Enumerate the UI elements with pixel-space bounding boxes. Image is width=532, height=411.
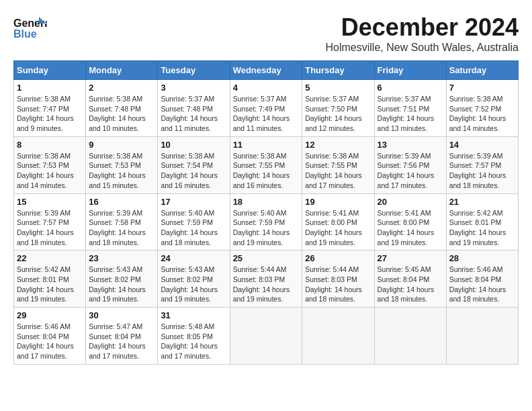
calendar-cell: 3Sunrise: 5:37 AM Sunset: 7:48 PM Daylig… — [158, 80, 230, 137]
calendar-cell: 11Sunrise: 5:38 AM Sunset: 7:55 PM Dayli… — [230, 136, 302, 193]
day-number: 24 — [161, 253, 226, 263]
day-number: 8 — [17, 140, 83, 150]
day-number: 16 — [89, 197, 154, 207]
calendar-cell — [446, 308, 518, 365]
day-info: Sunrise: 5:38 AM Sunset: 7:55 PM Dayligh… — [233, 151, 300, 191]
day-info: Sunrise: 5:38 AM Sunset: 7:53 PM Dayligh… — [17, 151, 83, 191]
calendar-cell: 4Sunrise: 5:37 AM Sunset: 7:49 PM Daylig… — [230, 80, 302, 137]
weekday-header-friday: Friday — [374, 61, 446, 80]
calendar-cell: 1Sunrise: 5:38 AM Sunset: 7:47 PM Daylig… — [14, 80, 86, 137]
weekday-header-monday: Monday — [86, 61, 158, 80]
calendar-cell: 19Sunrise: 5:41 AM Sunset: 8:00 PM Dayli… — [302, 193, 374, 250]
day-number: 21 — [449, 197, 515, 207]
day-info: Sunrise: 5:40 AM Sunset: 7:59 PM Dayligh… — [233, 208, 300, 248]
calendar-cell: 28Sunrise: 5:46 AM Sunset: 8:04 PM Dayli… — [446, 250, 518, 308]
day-info: Sunrise: 5:39 AM Sunset: 7:57 PM Dayligh… — [449, 151, 515, 191]
calendar-week-row: 1Sunrise: 5:38 AM Sunset: 7:47 PM Daylig… — [14, 80, 519, 137]
day-info: Sunrise: 5:37 AM Sunset: 7:48 PM Dayligh… — [161, 94, 226, 134]
day-info: Sunrise: 5:38 AM Sunset: 7:54 PM Dayligh… — [161, 151, 226, 191]
day-info: Sunrise: 5:46 AM Sunset: 8:04 PM Dayligh… — [17, 322, 83, 361]
day-number: 27 — [378, 253, 443, 263]
calendar-cell: 14Sunrise: 5:39 AM Sunset: 7:57 PM Dayli… — [446, 136, 518, 193]
page-header: General Blue December 2024 Holmesville, … — [13, 13, 519, 54]
day-info: Sunrise: 5:38 AM Sunset: 7:48 PM Dayligh… — [89, 94, 154, 134]
weekday-header-tuesday: Tuesday — [158, 61, 230, 80]
day-info: Sunrise: 5:41 AM Sunset: 8:00 PM Dayligh… — [305, 208, 371, 248]
day-number: 12 — [305, 140, 371, 150]
svg-text:Blue: Blue — [13, 28, 37, 40]
day-info: Sunrise: 5:43 AM Sunset: 8:02 PM Dayligh… — [161, 265, 226, 304]
day-info: Sunrise: 5:42 AM Sunset: 8:01 PM Dayligh… — [17, 265, 83, 304]
weekday-header-sunday: Sunday — [14, 61, 86, 80]
calendar-cell: 2Sunrise: 5:38 AM Sunset: 7:48 PM Daylig… — [86, 80, 158, 137]
calendar-cell: 16Sunrise: 5:39 AM Sunset: 7:58 PM Dayli… — [86, 193, 158, 250]
calendar-week-row: 22Sunrise: 5:42 AM Sunset: 8:01 PM Dayli… — [14, 250, 519, 308]
calendar-body: 1Sunrise: 5:38 AM Sunset: 7:47 PM Daylig… — [14, 80, 519, 365]
calendar-cell: 8Sunrise: 5:38 AM Sunset: 7:53 PM Daylig… — [14, 136, 86, 193]
day-info: Sunrise: 5:39 AM Sunset: 7:56 PM Dayligh… — [378, 151, 443, 191]
day-number: 13 — [378, 140, 443, 150]
day-info: Sunrise: 5:43 AM Sunset: 8:02 PM Dayligh… — [89, 265, 154, 304]
calendar-cell: 22Sunrise: 5:42 AM Sunset: 8:01 PM Dayli… — [14, 250, 86, 308]
calendar-cell: 12Sunrise: 5:38 AM Sunset: 7:55 PM Dayli… — [302, 136, 374, 193]
day-info: Sunrise: 5:40 AM Sunset: 7:59 PM Dayligh… — [161, 208, 226, 248]
day-number: 7 — [449, 83, 515, 93]
day-info: Sunrise: 5:37 AM Sunset: 7:49 PM Dayligh… — [233, 94, 300, 134]
calendar-cell: 26Sunrise: 5:44 AM Sunset: 8:03 PM Dayli… — [302, 250, 374, 308]
day-number: 11 — [233, 140, 300, 150]
calendar-cell: 10Sunrise: 5:38 AM Sunset: 7:54 PM Dayli… — [158, 136, 230, 193]
day-info: Sunrise: 5:41 AM Sunset: 8:00 PM Dayligh… — [378, 208, 443, 248]
day-number: 15 — [17, 197, 83, 207]
day-info: Sunrise: 5:38 AM Sunset: 7:55 PM Dayligh… — [305, 151, 371, 191]
calendar-cell: 31Sunrise: 5:48 AM Sunset: 8:05 PM Dayli… — [158, 308, 230, 365]
calendar-table: SundayMondayTuesdayWednesdayThursdayFrid… — [13, 60, 519, 365]
day-number: 26 — [305, 253, 371, 263]
day-number: 1 — [17, 83, 83, 93]
calendar-cell — [302, 308, 374, 365]
calendar-cell: 27Sunrise: 5:45 AM Sunset: 8:04 PM Dayli… — [374, 250, 446, 308]
calendar-header-row: SundayMondayTuesdayWednesdayThursdayFrid… — [14, 61, 519, 80]
day-info: Sunrise: 5:46 AM Sunset: 8:04 PM Dayligh… — [449, 265, 515, 304]
day-info: Sunrise: 5:38 AM Sunset: 7:47 PM Dayligh… — [17, 94, 83, 134]
logo-icon: General Blue — [13, 13, 47, 40]
day-number: 4 — [233, 83, 300, 93]
day-number: 10 — [161, 140, 226, 150]
calendar-cell: 30Sunrise: 5:47 AM Sunset: 8:04 PM Dayli… — [86, 308, 158, 365]
calendar-week-row: 8Sunrise: 5:38 AM Sunset: 7:53 PM Daylig… — [14, 136, 519, 193]
day-info: Sunrise: 5:38 AM Sunset: 7:53 PM Dayligh… — [89, 151, 154, 191]
day-number: 22 — [17, 253, 83, 263]
day-info: Sunrise: 5:48 AM Sunset: 8:05 PM Dayligh… — [161, 322, 226, 361]
calendar-cell: 25Sunrise: 5:44 AM Sunset: 8:03 PM Dayli… — [230, 250, 302, 308]
day-info: Sunrise: 5:42 AM Sunset: 8:01 PM Dayligh… — [449, 208, 515, 248]
day-number: 17 — [161, 197, 226, 207]
weekday-header-thursday: Thursday — [302, 61, 374, 80]
day-number: 28 — [449, 253, 515, 263]
day-info: Sunrise: 5:39 AM Sunset: 7:57 PM Dayligh… — [17, 208, 83, 248]
title-block: December 2024 Holmesville, New South Wal… — [325, 13, 519, 54]
calendar-week-row: 29Sunrise: 5:46 AM Sunset: 8:04 PM Dayli… — [14, 308, 519, 365]
day-info: Sunrise: 5:45 AM Sunset: 8:04 PM Dayligh… — [378, 265, 443, 304]
day-number: 2 — [89, 83, 154, 93]
calendar-cell: 20Sunrise: 5:41 AM Sunset: 8:00 PM Dayli… — [374, 193, 446, 250]
logo: General Blue — [13, 13, 50, 40]
calendar-cell: 29Sunrise: 5:46 AM Sunset: 8:04 PM Dayli… — [14, 308, 86, 365]
day-number: 31 — [161, 310, 226, 320]
weekday-header-saturday: Saturday — [446, 61, 518, 80]
day-info: Sunrise: 5:44 AM Sunset: 8:03 PM Dayligh… — [305, 265, 371, 304]
day-number: 23 — [89, 253, 154, 263]
calendar-cell: 24Sunrise: 5:43 AM Sunset: 8:02 PM Dayli… — [158, 250, 230, 308]
day-number: 29 — [17, 310, 83, 320]
calendar-cell — [230, 308, 302, 365]
calendar-cell: 15Sunrise: 5:39 AM Sunset: 7:57 PM Dayli… — [14, 193, 86, 250]
day-info: Sunrise: 5:44 AM Sunset: 8:03 PM Dayligh… — [233, 265, 300, 304]
day-number: 9 — [89, 140, 154, 150]
calendar-cell — [374, 308, 446, 365]
day-number: 30 — [89, 310, 154, 320]
calendar-week-row: 15Sunrise: 5:39 AM Sunset: 7:57 PM Dayli… — [14, 193, 519, 250]
day-info: Sunrise: 5:39 AM Sunset: 7:58 PM Dayligh… — [89, 208, 154, 248]
location-subtitle: Holmesville, New South Wales, Australia — [325, 42, 519, 54]
calendar-cell: 21Sunrise: 5:42 AM Sunset: 8:01 PM Dayli… — [446, 193, 518, 250]
day-info: Sunrise: 5:38 AM Sunset: 7:52 PM Dayligh… — [449, 94, 515, 134]
day-info: Sunrise: 5:47 AM Sunset: 8:04 PM Dayligh… — [89, 322, 154, 361]
month-title: December 2024 — [325, 13, 519, 42]
